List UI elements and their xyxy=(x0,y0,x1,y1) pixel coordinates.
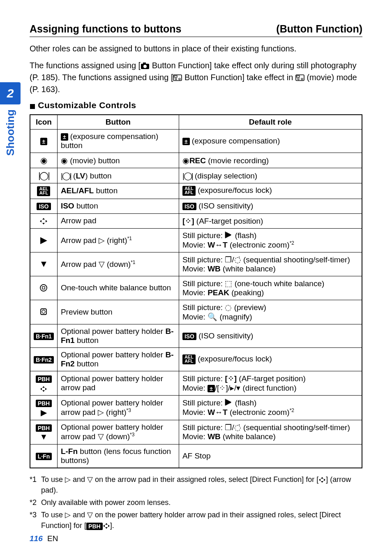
table-row: ±± (exposure compensation) button± (expo… xyxy=(30,130,362,153)
svg-rect-4 xyxy=(174,76,177,77)
table-row: Arrow pad[⁘] (AF-target position) xyxy=(30,213,362,228)
row-button: ◉ (movie) button xyxy=(57,153,179,168)
footnote-3: *3 To use ▷ and ▽ on the power battery h… xyxy=(30,509,362,531)
row-button: |◯| (LV) button xyxy=(57,168,179,183)
row-icon xyxy=(30,300,57,324)
row-button: Optional power battery holder arrow pad xyxy=(57,371,179,395)
row-icon: PBH▶ xyxy=(30,395,57,420)
row-button: Optional power battery holder arrow pad … xyxy=(57,420,179,444)
svg-point-5 xyxy=(179,78,180,80)
section-heading: Assigning functions to buttons (Button F… xyxy=(30,23,362,37)
row-button: Arrow pad ▷ (right)*1 xyxy=(57,228,179,252)
table-row: PBH▶Optional power battery holder arrow … xyxy=(30,395,362,420)
row-default-role: Still picture: ❐/◌̇ (sequential shooting… xyxy=(179,420,362,444)
camera-icon xyxy=(141,62,150,69)
row-button: Arrow pad xyxy=(57,213,179,228)
row-button: ISO button xyxy=(57,199,179,213)
svg-rect-8 xyxy=(297,76,300,77)
row-default-role: Still picture: ◌ (preview)Movie: 🔍 (magn… xyxy=(179,300,362,324)
bullet-square-icon xyxy=(30,104,35,109)
table-row: ◉◉ (movie) button◉REC (movie recording) xyxy=(30,153,362,168)
row-icon: PBH▼ xyxy=(30,420,57,444)
svg-point-6 xyxy=(175,78,177,80)
table-row: ▼Arrow pad ▽ (down)*1Still picture: ❐/◌̇… xyxy=(30,252,362,276)
row-button: ± (exposure compensation) button xyxy=(57,130,179,153)
table-row: ISOISO buttonISO (ISO sensitivity) xyxy=(30,199,362,213)
row-icon: |◯| xyxy=(30,168,57,183)
controls-table: Icon Button Default role ±± (exposure co… xyxy=(30,114,362,468)
row-icon: ± xyxy=(30,130,57,153)
row-icon: ▼ xyxy=(30,252,57,276)
svg-point-2 xyxy=(143,65,147,68)
row-icon: PBH xyxy=(30,371,57,395)
table-row: B·Fn1Optional power battery holder B-Fn1… xyxy=(30,324,362,347)
row-default-role: ISO (ISO sensitivity) xyxy=(179,199,362,213)
th-icon: Icon xyxy=(30,115,57,130)
row-icon: ISO xyxy=(30,199,57,213)
svg-point-12 xyxy=(40,285,47,291)
table-row: L·FnL-Fn button (lens focus function but… xyxy=(30,444,362,468)
svg-rect-1 xyxy=(143,63,146,64)
table-row: PBH▼Optional power battery holder arrow … xyxy=(30,420,362,444)
row-icon: L·Fn xyxy=(30,444,57,468)
row-default-role: ISO (ISO sensitivity) xyxy=(179,324,362,347)
row-default-role: [⁘] (AF-target position) xyxy=(179,213,362,228)
row-icon xyxy=(30,276,57,300)
table-row: AELAFLAEL/AFL buttonAELAFL (exposure/foc… xyxy=(30,183,362,199)
movie-mode-icon xyxy=(295,74,304,81)
chapter-number: 2 xyxy=(0,82,21,104)
row-button: One-touch white balance button xyxy=(57,276,179,300)
customizable-controls-heading: Customizable Controls xyxy=(30,100,362,110)
table-row: PBHOptional power battery holder arrow p… xyxy=(30,371,362,395)
heading-left: Assigning functions to buttons xyxy=(30,23,181,35)
svg-rect-13 xyxy=(42,287,45,289)
row-icon xyxy=(30,213,57,228)
arrow-pad-icon xyxy=(103,523,110,529)
row-button: Optional power battery holder arrow pad … xyxy=(57,395,179,420)
table-row: Preview buttonStill picture: ◌ (preview)… xyxy=(30,300,362,324)
row-button: Arrow pad ▽ (down)*1 xyxy=(57,252,179,276)
movie-icon xyxy=(173,74,182,81)
row-icon: B·Fn1 xyxy=(30,324,57,347)
page-number: 116 xyxy=(30,534,43,543)
footnote-1: *1 To use ▷ and ▽ on the arrow pad in th… xyxy=(30,474,362,495)
heading-right: (Button Function) xyxy=(276,23,362,35)
row-default-role: AELAFL (exposure/focus lock) xyxy=(179,347,362,371)
th-default: Default role xyxy=(179,115,362,130)
intro-paragraph-2: The functions assigned using [ Button Fu… xyxy=(30,60,362,95)
row-icon: B·Fn2 xyxy=(30,347,57,371)
arrow-pad-icon xyxy=(318,477,326,483)
row-button: Preview button xyxy=(57,300,179,324)
footnote-2: *2 Only available with power zoom lenses… xyxy=(30,497,362,508)
row-default-role: AELAFL (exposure/focus lock) xyxy=(179,183,362,199)
page-footer: 116 EN xyxy=(30,534,58,543)
row-default-role: ◉REC (movie recording) xyxy=(179,153,362,168)
row-icon: ▶ xyxy=(30,228,57,252)
th-button: Button xyxy=(57,115,179,130)
row-default-role: Still picture: ⬚ (one-touch white balanc… xyxy=(179,276,362,300)
intro-paragraph-1: Other roles can be assigned to buttons i… xyxy=(30,43,362,55)
svg-point-15 xyxy=(42,310,45,313)
row-icon: AELAFL xyxy=(30,183,57,199)
row-default-role: Still picture: ⯈ (flash)Movie: W↔T (elec… xyxy=(179,228,362,252)
chapter-label: Shooting xyxy=(4,109,17,156)
row-default-role: Still picture: [⁘] (AF-target position)M… xyxy=(179,371,362,395)
row-button: L-Fn button (lens focus function buttons… xyxy=(57,444,179,468)
svg-point-10 xyxy=(297,78,299,80)
footnotes: *1 To use ▷ and ▽ on the arrow pad in th… xyxy=(30,474,362,531)
svg-rect-11 xyxy=(30,104,35,109)
table-row: |◯||◯| (LV) button|◯| (display selection… xyxy=(30,168,362,183)
row-default-role: Still picture: ⯈ (flash)Movie: W↔T (elec… xyxy=(179,395,362,420)
row-default-role: |◯| (display selection) xyxy=(179,168,362,183)
table-row: ▶Arrow pad ▷ (right)*1Still picture: ⯈ (… xyxy=(30,228,362,252)
row-button: Optional power battery holder B-Fn1 butt… xyxy=(57,324,179,347)
chapter-sidebar: 2 Shooting xyxy=(0,82,23,156)
table-row: B·Fn2Optional power battery holder B-Fn2… xyxy=(30,347,362,371)
row-default-role: ± (exposure compensation) xyxy=(179,130,362,153)
page-lang: EN xyxy=(47,534,58,543)
svg-point-9 xyxy=(301,78,303,80)
row-button: Optional power battery holder B-Fn2 butt… xyxy=(57,347,179,371)
svg-rect-14 xyxy=(41,309,46,315)
row-button: AEL/AFL button xyxy=(57,183,179,199)
row-default-role: Still picture: ❐/◌̇ (sequential shooting… xyxy=(179,252,362,276)
